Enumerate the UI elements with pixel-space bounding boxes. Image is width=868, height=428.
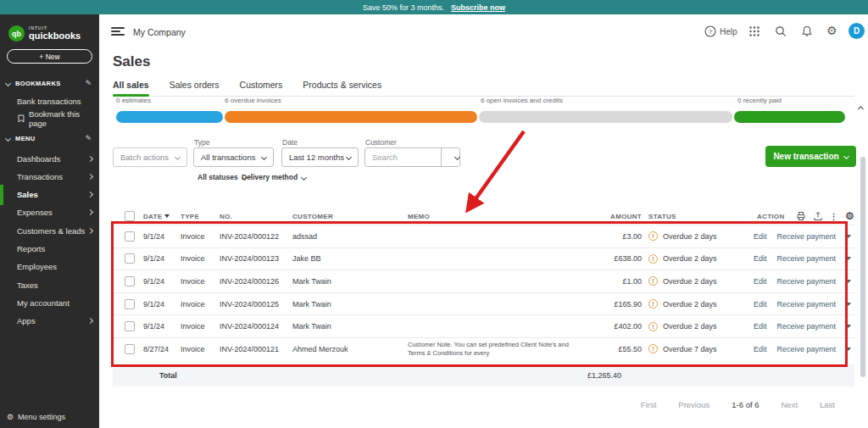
delivery-method-filter[interactable]: Delivery method [242, 173, 306, 181]
action-dropdown-icon[interactable] [846, 280, 851, 283]
tab-products-services[interactable]: Products & services [303, 80, 381, 96]
header-memo[interactable]: MEMO [408, 213, 587, 220]
bookmarks-section-header[interactable]: BOOKMARKS ✎ [0, 77, 99, 89]
customer-filter-combobox[interactable] [364, 147, 460, 167]
vertical-scrollbar[interactable] [860, 157, 865, 377]
sidebar-item-label: Reports [17, 244, 45, 253]
overdue-warning-icon: ! [648, 231, 658, 241]
apps-grid-icon[interactable] [748, 25, 760, 41]
export-icon[interactable] [813, 211, 823, 221]
edit-link[interactable]: Edit [754, 345, 767, 353]
sidebar-item-label: Sales [17, 190, 38, 199]
pagination-last[interactable]: Last [820, 400, 835, 409]
sidebar-item-employees[interactable]: Employees [0, 258, 99, 275]
menu-section-header[interactable]: MENU ✎ [0, 132, 99, 144]
edit-link[interactable]: Edit [754, 322, 767, 331]
action-dropdown-icon[interactable] [846, 325, 851, 328]
action-dropdown-icon[interactable] [846, 303, 851, 306]
quickbooks-logo[interactable]: qb INTUIT quickbooks [8, 25, 81, 42]
action-dropdown-icon[interactable] [846, 235, 851, 238]
batch-actions-dropdown[interactable]: Batch actions [113, 147, 187, 167]
sidebar-item-sales[interactable]: Sales [0, 186, 99, 203]
edit-link[interactable]: Edit [754, 254, 767, 263]
header-type[interactable]: TYPE [181, 213, 220, 220]
edit-bookmarks-icon[interactable]: ✎ [85, 79, 92, 87]
row-checkbox[interactable] [125, 276, 135, 286]
money-bar-segment[interactable] [479, 111, 732, 123]
pagination-next[interactable]: Next [781, 400, 798, 409]
header-customer[interactable]: CUSTOMER [292, 213, 408, 220]
row-checkbox[interactable] [125, 344, 135, 354]
sidebar-item-dashboards[interactable]: Dashboards [0, 150, 99, 167]
receive-payment-link[interactable]: Receive payment [776, 345, 836, 353]
header-status[interactable]: STATUS [642, 213, 757, 220]
customer-search-input[interactable] [372, 153, 431, 162]
chevron-right-icon [87, 318, 93, 324]
money-bar-segment[interactable] [116, 111, 223, 123]
date-filter-dropdown[interactable]: Last 12 months [281, 147, 359, 167]
overdue-warning-icon: ! [648, 344, 658, 353]
collapse-sidebar-icon[interactable] [111, 27, 125, 37]
select-all-checkbox[interactable] [125, 211, 135, 221]
help-button[interactable]: ? Help [704, 25, 737, 37]
edit-menu-icon[interactable]: ✎ [85, 134, 92, 142]
tab-customers[interactable]: Customers [240, 80, 283, 96]
edit-link[interactable]: Edit [754, 300, 767, 308]
receive-payment-link[interactable]: Receive payment [776, 254, 836, 263]
new-transaction-button[interactable]: New transaction [765, 146, 856, 167]
sidebar-item-transactions[interactable]: Transactions [0, 168, 99, 185]
overdue-warning-icon: ! [648, 276, 658, 286]
action-dropdown-icon[interactable] [846, 347, 851, 351]
row-checkbox[interactable] [125, 231, 135, 242]
bookmarks-header-label: BOOKMARKS [15, 80, 61, 87]
edit-link[interactable]: Edit [754, 277, 767, 286]
subscribe-now-link[interactable]: Subscribe now [451, 3, 505, 12]
pagination-first[interactable]: First [641, 400, 656, 409]
pagination-previous[interactable]: Previous [678, 400, 709, 409]
sidebar-item-my-accountant[interactable]: My accountant [0, 294, 99, 311]
money-bar-segment[interactable] [225, 111, 478, 123]
row-checkbox[interactable] [125, 299, 135, 309]
status-text: Overdue 2 days [663, 277, 717, 286]
sidebar-item-bookmark-this-page[interactable]: Bookmark this page [0, 110, 99, 127]
all-statuses-filter[interactable]: All statuses [198, 173, 247, 181]
menu-settings-button[interactable]: ⚙ Menu settings [7, 413, 65, 421]
chevron-right-icon [87, 192, 93, 197]
tab-sales-orders[interactable]: Sales orders [170, 80, 220, 96]
edit-link[interactable]: Edit [754, 232, 767, 241]
sidebar-item-expenses[interactable]: Expenses [0, 204, 99, 221]
action-dropdown-icon[interactable] [846, 257, 851, 260]
customer-dropdown-toggle[interactable] [441, 148, 459, 166]
print-icon[interactable] [796, 211, 806, 221]
table-settings-gear-icon[interactable]: ⚙ [845, 210, 854, 222]
chevron-right-icon [87, 174, 93, 180]
sidebar-item-bank-transactions[interactable]: Bank transactions [0, 92, 99, 109]
header-date[interactable]: DATE [143, 213, 181, 220]
row-checkbox[interactable] [125, 253, 135, 264]
settings-gear-icon[interactable]: ⚙ [826, 24, 837, 37]
new-button[interactable]: + New [7, 49, 92, 64]
sidebar-item-customers-leads[interactable]: Customers & leads [0, 222, 99, 239]
page-title: Sales [113, 53, 150, 70]
money-bar-segment[interactable] [734, 111, 845, 123]
row-checkbox[interactable] [125, 321, 135, 331]
tab-all-sales[interactable]: All sales [113, 80, 149, 96]
cell-status: !Overdue 2 days [642, 254, 757, 264]
more-options-icon[interactable]: ⋮ [830, 212, 838, 221]
sidebar-item-taxes[interactable]: Taxes [0, 276, 99, 293]
user-avatar[interactable]: D [849, 23, 865, 39]
header-no[interactable]: NO. [220, 213, 292, 220]
search-icon[interactable] [775, 25, 787, 41]
sidebar-item-apps[interactable]: Apps [0, 313, 99, 330]
collapse-money-bar-icon[interactable] [859, 99, 863, 114]
chevron-down-icon [175, 154, 181, 160]
table-row: 9/1/24InvoiceINV-2024/000123Jake BB£638.… [113, 247, 854, 270]
header-amount[interactable]: AMOUNT [587, 213, 642, 220]
type-filter-dropdown[interactable]: All transactions [193, 147, 274, 167]
sidebar-item-reports[interactable]: Reports [0, 241, 99, 258]
receive-payment-link[interactable]: Receive payment [776, 322, 836, 331]
receive-payment-link[interactable]: Receive payment [776, 277, 836, 286]
receive-payment-link[interactable]: Receive payment [776, 300, 836, 308]
receive-payment-link[interactable]: Receive payment [776, 232, 836, 241]
notifications-bell-icon[interactable] [801, 25, 813, 41]
